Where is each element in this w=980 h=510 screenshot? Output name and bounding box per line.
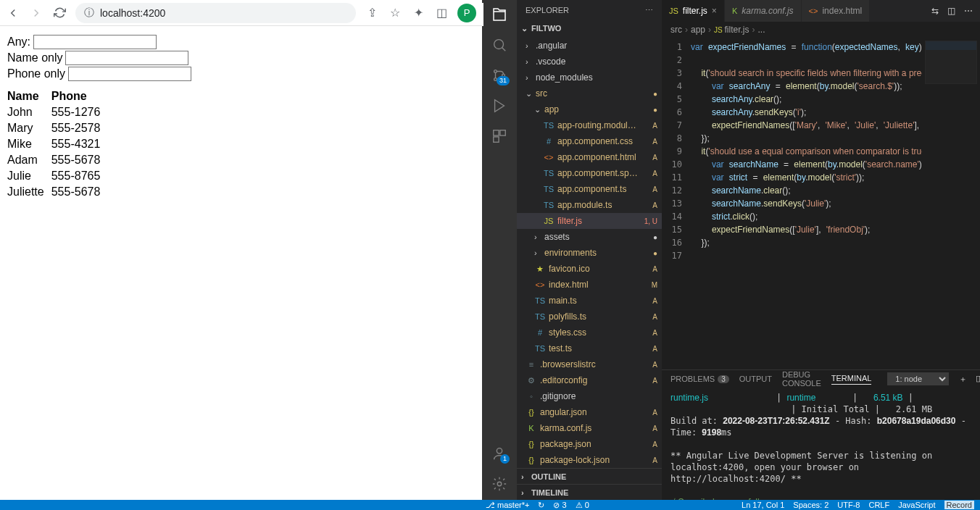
table-row: Juliette555-5678 (7, 184, 107, 200)
file-type-icon: {} (526, 408, 537, 417)
breadcrumb-item[interactable]: JS filter.js (714, 25, 749, 35)
more-editor-icon[interactable]: ⋯ (964, 6, 973, 16)
filter-input-0[interactable] (33, 35, 157, 49)
forward-icon[interactable] (29, 6, 43, 20)
problems-tab[interactable]: PROBLEMS3 (670, 375, 729, 383)
cursor-position[interactable]: Ln 17, Col 1 (742, 501, 784, 509)
file-item[interactable]: #app.component.cssA (517, 133, 662, 149)
file-label: .angular (536, 41, 640, 51)
close-icon[interactable]: × (712, 6, 717, 16)
run-debug-icon[interactable] (491, 97, 508, 114)
file-label: favicon.ico (549, 264, 640, 274)
file-item[interactable]: ≡.browserslistrcA (517, 356, 662, 372)
folder-item[interactable]: ›.vscode (517, 54, 662, 70)
settings-icon[interactable] (491, 475, 508, 493)
breadcrumb-item[interactable]: app (691, 25, 705, 35)
svg-point-8 (497, 482, 502, 486)
file-item[interactable]: ⚙.editorconfigA (517, 372, 662, 388)
outline-section[interactable]: ›OUTLINE (517, 468, 662, 484)
record-button[interactable]: Record (944, 501, 974, 509)
side-panel-icon[interactable]: ◫ (434, 6, 449, 20)
timeline-section[interactable]: ›TIMELINE (517, 484, 662, 500)
explorer-icon[interactable] (491, 6, 508, 23)
breadcrumb-item[interactable]: src (670, 25, 682, 35)
warnings-indicator[interactable]: ⚠ 0 (576, 501, 589, 510)
reload-icon[interactable] (52, 6, 67, 20)
filter-input-1[interactable] (65, 51, 188, 65)
split-terminal-icon[interactable]: ◫ (976, 374, 980, 385)
table-row: Adam555-5678 (7, 152, 107, 168)
filter-input-2[interactable] (68, 67, 191, 81)
file-item[interactable]: JSfilter.js1, U (517, 213, 662, 229)
file-type-icon: TS (534, 296, 546, 305)
editor-tab[interactable]: Kkarma.conf.js (725, 0, 802, 22)
output-tab[interactable]: OUTPUT (739, 375, 772, 383)
indent-indicator[interactable]: Spaces: 2 (793, 501, 829, 509)
git-status: ● (640, 90, 657, 98)
file-item[interactable]: TSapp.component.spec.tsA (517, 165, 662, 181)
file-item[interactable]: TStest.tsA (517, 340, 662, 356)
folder-item[interactable]: ›.angular (517, 38, 662, 54)
compare-icon[interactable]: ⇆ (931, 6, 939, 16)
file-label: package.json (540, 439, 640, 449)
file-item[interactable]: ◦.gitignore (517, 388, 662, 404)
more-icon[interactable]: ⋯ (645, 6, 653, 15)
breadcrumbs[interactable]: src›app›JS filter.js›... (662, 22, 980, 38)
file-type-icon: {} (526, 456, 537, 464)
file-item[interactable]: Kkarma.conf.jsA (517, 420, 662, 436)
terminal-tab[interactable]: TERMINAL (831, 374, 872, 385)
debug-console-tab[interactable]: DEBUG CONSOLE (782, 370, 821, 388)
folder-item[interactable]: ›node_modules (517, 70, 662, 85)
file-item[interactable]: TSpolyfills.tsA (517, 309, 662, 325)
file-item[interactable]: TSapp-routing.module.tsA (517, 117, 662, 133)
editor-tab[interactable]: JSfilter.js× (662, 0, 725, 22)
folder-item[interactable]: ⌄app● (517, 101, 662, 117)
source-control-icon[interactable]: 31 (491, 67, 508, 84)
folder-item[interactable]: ›assets● (517, 229, 662, 245)
file-item[interactable]: TSapp.component.tsA (517, 181, 662, 197)
svg-point-7 (497, 448, 502, 453)
folder-item[interactable]: ⌄src● (517, 85, 662, 101)
file-item[interactable]: {}package.jsonA (517, 436, 662, 452)
address-bar[interactable]: ⓘ localhost:4200 (75, 3, 356, 23)
git-status: ● (640, 249, 657, 257)
file-item[interactable]: <>index.htmlM (517, 277, 662, 293)
git-status: A (640, 265, 657, 273)
file-item[interactable]: #styles.cssA (517, 325, 662, 340)
extensions-icon[interactable]: ✦ (411, 6, 425, 20)
file-item[interactable]: TSapp.module.tsA (517, 197, 662, 213)
eol-indicator[interactable]: CRLF (868, 501, 889, 509)
split-editor-icon[interactable]: ◫ (947, 6, 955, 16)
terminal-output[interactable]: runtime.js | runtime | 6.51 kB | | Initi… (662, 388, 980, 500)
minimap[interactable] (922, 38, 980, 369)
language-indicator[interactable]: JavaScript (898, 501, 935, 509)
file-item[interactable]: {}angular.jsonA (517, 404, 662, 420)
project-root[interactable]: ⌄FILTWO (517, 20, 662, 36)
avatar[interactable]: P (457, 4, 476, 22)
encoding-indicator[interactable]: UTF-8 (837, 501, 860, 509)
breadcrumb-item[interactable]: ... (758, 25, 765, 35)
file-item[interactable]: {}package-lock.jsonA (517, 452, 662, 468)
editor-tab[interactable]: <>index.html (802, 0, 871, 22)
git-status: A (640, 170, 657, 177)
sync-icon[interactable]: ↻ (538, 501, 544, 510)
errors-indicator[interactable]: ⊘ 3 (553, 501, 566, 510)
back-icon[interactable] (6, 6, 20, 20)
file-label: angular.json (540, 407, 640, 417)
file-item[interactable]: <>app.component.htmlA (517, 149, 662, 165)
new-terminal-icon[interactable]: ＋ (959, 374, 967, 385)
bookmark-icon[interactable]: ☆ (388, 6, 402, 20)
extensions-panel-icon[interactable] (491, 128, 508, 145)
code-editor[interactable]: 1234567891011121314151617 var expectFrie… (662, 38, 980, 369)
terminal-select[interactable]: 1: node (887, 372, 949, 385)
share-icon[interactable]: ⇪ (365, 6, 379, 20)
file-item[interactable]: TSmain.tsA (517, 293, 662, 309)
search-icon[interactable] (491, 36, 508, 54)
activity-bar: 31 1 (482, 0, 517, 500)
account-icon[interactable]: 1 (491, 445, 508, 462)
filter-row: Name only (7, 51, 475, 65)
file-type-icon: ◦ (526, 392, 537, 401)
folder-item[interactable]: ›environments● (517, 245, 662, 261)
branch-indicator[interactable]: ⎇ master*+ (486, 501, 529, 510)
file-item[interactable]: ★favicon.icoA (517, 261, 662, 277)
